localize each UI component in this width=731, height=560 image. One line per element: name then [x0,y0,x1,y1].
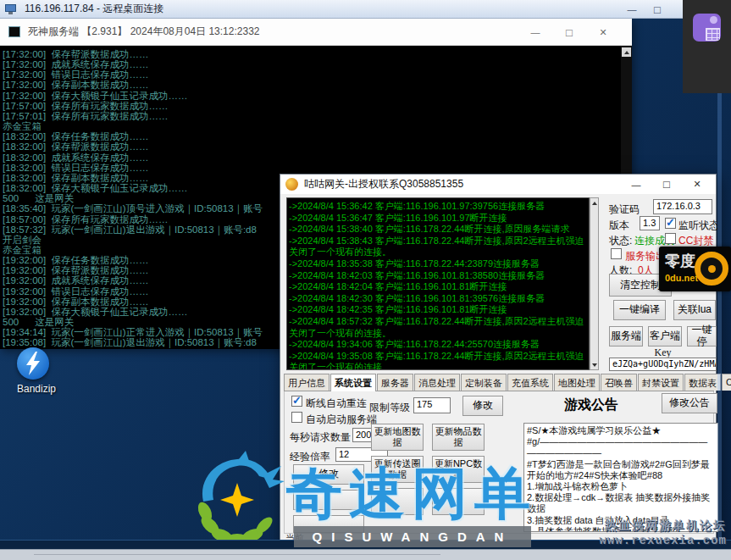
console-app-icon [8,26,20,37]
announcement-text: #S/★本游戏纯属学习娱乐公益★#g/—————————————————————… [523,423,718,532]
tab[interactable]: 系统设置 [330,374,376,391]
scroll-up-icon[interactable] [591,199,597,207]
level-limit-input[interactable]: 175 [413,397,451,413]
tab[interactable]: 服务器 [377,374,413,391]
window-edge-glow [717,93,722,542]
update-item-button[interactable]: 更新物品数据 [432,424,485,451]
console-log: [17:32:00] 保存帮派数据成功……[17:32:00] 成就系统保存成功… [3,49,263,348]
console-log-line: [19:32:00] 保存帮派数据成功…… [3,265,263,275]
gateway-log-line: ->2024/8/4 15:36:42 客户端:116.196.101.97:3… [289,201,587,213]
announcement-title: 游戏公告 [523,396,659,414]
console-window-title: 死神服务端 【2.931】 2024年08月04日 13:12:2332 [28,25,259,39]
gateway-log-line: ->2024/8/4 18:35:38 客户端:116.178.22.44:23… [289,258,587,270]
tab[interactable]: 充值系统 [507,374,553,391]
captcha-input[interactable]: 172.16.0.3 [653,199,712,214]
console-titlebar: 死神服务端 【2.931】 2024年08月04日 13:12:2332 [0,19,632,46]
cc-ban-checkbox[interactable] [665,233,676,244]
announcement-line: #g/—————————————————— [527,436,715,447]
captcha-label: 验证码 [609,202,640,217]
console-log-line: [19:34:14] 玩家(一剑画江山)正常进入游戏｜ID:50813｜账号 [3,327,263,337]
console-log-line: [18:32:00] 保存任务数据成功…… [3,131,263,141]
level-modify-button[interactable]: 修改 [462,396,503,416]
console-log-line: [17:32:00] 成就系统保存成功…… [3,59,263,69]
console-log-line: [18:32:00] 错误日志保存成功…… [3,163,263,173]
tab[interactable]: 数据表 [684,374,721,391]
console-log-line: [18:32:00] 成就系统保存成功…… [3,152,263,163]
console-log-line: [18:57:00] 保存所有玩家数据成功…… [3,214,263,225]
scroll-down-icon[interactable] [591,361,597,369]
auto-reconnect-checkbox[interactable] [291,396,302,407]
tab[interactable]: 封禁设置 [638,374,684,391]
lingdu-badge: 零度 0du.net [659,247,731,291]
lingdu-logo-icon [695,252,728,286]
gateway-minimize-button[interactable] [621,175,651,194]
forum-url: www.rexuexia.com [534,534,727,547]
console-maximize-button[interactable] [552,19,586,46]
gateway-log-line: ->2024/8/4 18:42:35 客户端:116.196.101.81断开… [289,304,587,316]
console-log-line: [17:32:00] 保存帮派数据成功…… [3,49,263,59]
auto-start-checkbox[interactable] [291,412,302,423]
rdp-restore-button[interactable] [645,0,670,19]
gateway-window-title: 咕咕网关-出授权联系Q3058851355 [304,177,463,191]
widgets-app-icon[interactable] [693,14,721,42]
gateway-log-line: ->2024/8/4 18:42:04 客户端:116.196.101.81断开… [289,281,587,293]
forum-watermark: 热血侠网游单机论坛 www.rexuexia.com [534,518,727,547]
gateway-log-scrollbar[interactable] [590,197,599,370]
console-log-line: [18:32:00] 保存副本数据成功…… [3,173,263,183]
key-input[interactable]: eJZQa+gUODqIyhZN/zHMA== [609,358,717,371]
console-log-line: [18:57:32] 玩家(一剑画江山)退出游戏｜ID:50813｜账号:d8 [3,225,263,235]
gateway-log-line: ->2024/8/4 15:36:47 客户端:116.196.101.97断开… [289,213,587,225]
stop-button[interactable]: 一键停 [687,326,717,347]
gateway-titlebar: 咕咕网关-出授权联系Q3058851355 [280,175,716,194]
auto-start-label: 自动启动服务端 [306,413,377,427]
tab[interactable]: 用户信息 [284,374,330,391]
console-close-button[interactable] [586,19,620,46]
tab[interactable]: CDK [722,374,731,391]
bandizip-shortcut[interactable]: Bandizip [7,346,66,400]
compile-button[interactable]: 一键编译 [613,300,666,320]
edit-announcement-button[interactable]: 修改公告 [662,393,717,413]
gateway-log: ->2024/8/4 15:36:42 客户端:116.196.101.97:3… [286,197,590,370]
tab[interactable]: 消息处理 [414,374,460,391]
console-log-line: [18:32:00] 保存帮派数据成功…… [3,141,263,152]
gateway-maximize-button[interactable] [651,175,682,194]
gateway-log-line: ->2024/8/4 15:38:43 客户端:116.178.22.44断开连… [289,236,587,258]
version-label: 版本 [609,219,629,233]
console-log-line: [17:32:00] 错误日志保存成功…… [3,69,263,80]
bandizip-icon [17,347,49,380]
tab[interactable]: 定制装备 [461,374,507,391]
level-limit-label: 限制等级 [369,401,410,415]
console-log-line: 赤金宝箱 [3,121,263,131]
rdp-title: 116.196.117.84 - 远程桌面连接 [25,2,163,16]
rdp-monitor-icon [5,4,18,14]
tab[interactable]: 地图处理 [554,374,600,391]
version-input[interactable]: 1.3 [640,216,660,230]
gateway-log-line: ->2024/8/4 18:42:30 客户端:116.196.101.81:3… [289,293,587,305]
gateway-app-icon [285,178,298,191]
link-lua-button[interactable]: 关联lua [673,300,716,320]
scroll-up-icon[interactable] [622,47,631,57]
rps-label: 每秒请求数量 [290,430,351,445]
gateway-tabs: 用户信息系统设置服务器消息处理定制装备充值系统地图处理召唤兽封禁设置数据表CDK… [284,374,714,391]
console-log-line: [19:32:00] 保存大额银子仙玉记录成功…… [3,307,263,317]
gateway-log-line: ->2024/8/4 18:42:03 客户端:116.196.101.81:3… [289,270,587,282]
server-button[interactable]: 服务端 [609,326,643,347]
client-button[interactable]: 客户端 [648,326,682,347]
console-log-line: 开启剑会 [3,235,263,245]
gateway-close-button[interactable] [682,175,712,194]
dragon-wreath-logo [186,447,288,552]
qisu-watermark-cn: 奇速网单 [286,456,549,532]
console-log-line: 500 这是网关 [3,193,263,203]
announcement-line: 1.增加战斗锦衣粉色萝卜 [527,481,715,492]
gateway-log-line: ->2024/8/4 19:34:06 客户端:116.178.22.44:25… [289,339,587,351]
console-minimize-button[interactable] [518,19,552,46]
gateway-log-line: ->2024/8/4 18:57:32 客户端:116.178.22.44断开连… [289,316,587,339]
update-map-button[interactable]: 更新地图数据 [371,424,424,451]
listen-checkbox[interactable] [665,218,676,229]
rdp-minimize-button[interactable] [619,0,645,19]
announcement-line: 2.数据处理→cdk→数据表 抽奖数据外接抽奖数据 [527,492,715,514]
lingdu-name: 零度 [665,251,695,271]
tab[interactable]: 召唤兽 [601,374,637,391]
gateway-log-line: ->2024/8/4 19:35:08 客户端:116.178.22.44断开连… [289,351,587,370]
server-output-checkbox[interactable] [611,248,622,259]
